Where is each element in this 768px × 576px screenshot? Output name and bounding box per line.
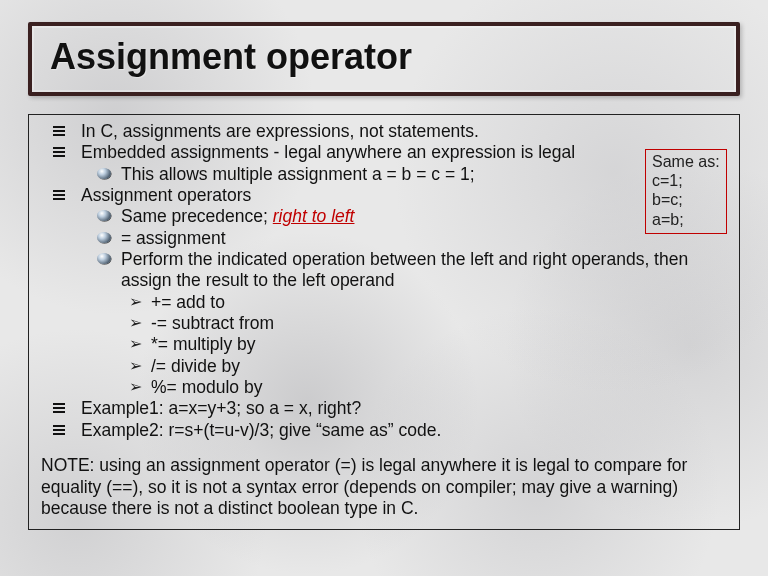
bullet-text: Example1: a=x=y+3; so a = x, right? (81, 398, 361, 418)
bullet-list: In C, assignments are expressions, not s… (39, 121, 729, 441)
bullet-text: In C, assignments are expressions, not s… (81, 121, 479, 141)
bullet-item: Perform the indicated operation between … (121, 249, 729, 398)
right-to-left-emphasis: right to left (273, 206, 355, 226)
bullet-item: Example1: a=x=y+3; so a = x, right? (81, 398, 729, 419)
title-frame: Assignment operator (28, 22, 740, 96)
note-paragraph: NOTE: using an assignment operator (=) i… (39, 455, 729, 519)
bullet-item: Embedded assignments - legal anywhere an… (81, 142, 729, 185)
bullet-item: %= modulo by (151, 377, 729, 398)
bullet-text: Example2: r=s+(t=u-v)/3; give “same as” … (81, 420, 441, 440)
bullet-item: In C, assignments are expressions, not s… (81, 121, 729, 142)
bullet-text: Perform the indicated operation between … (121, 249, 688, 290)
bullet-text: -= subtract from (151, 313, 274, 333)
bullet-text: *= multiply by (151, 334, 256, 354)
bullet-text: Embedded assignments - legal anywhere an… (81, 142, 575, 162)
bullet-item: This allows multiple assignment a = b = … (121, 164, 729, 185)
bullet-text: This allows multiple assignment a = b = … (121, 164, 475, 184)
bullet-item: Same precedence; right to left (121, 206, 729, 227)
bullet-item: = assignment (121, 228, 729, 249)
bullet-item: Example2: r=s+(t=u-v)/3; give “same as” … (81, 420, 729, 441)
bullet-item: += add to (151, 292, 729, 313)
bullet-text: = assignment (121, 228, 226, 248)
bullet-text: %= modulo by (151, 377, 262, 397)
bullet-text: /= divide by (151, 356, 240, 376)
bullet-item: Assignment operators Same precedence; ri… (81, 185, 729, 398)
content-frame: Same as: c=1; b=c; a=b; In C, assignment… (28, 114, 740, 530)
bullet-text: += add to (151, 292, 225, 312)
bullet-text: Assignment operators (81, 185, 251, 205)
slide-title: Assignment operator (50, 36, 718, 78)
bullet-item: -= subtract from (151, 313, 729, 334)
slide: Assignment operator Same as: c=1; b=c; a… (0, 0, 768, 576)
bullet-item: *= multiply by (151, 334, 729, 355)
bullet-item: /= divide by (151, 356, 729, 377)
bullet-text: Same precedence; (121, 206, 273, 226)
